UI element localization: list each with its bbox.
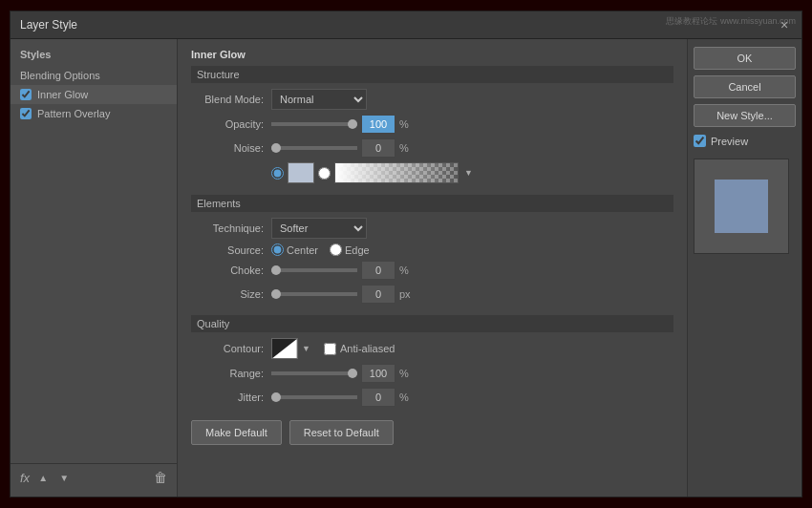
choke-slider-container [271,268,357,272]
sidebar-item-inner-glow[interactable]: Inner Glow [11,85,177,104]
inner-glow-label: Inner Glow [37,89,88,100]
contour-svg [272,339,297,358]
source-radio-group: Center Edge [271,243,370,256]
source-edge-text: Edge [345,244,370,256]
noise-label: Noise: [191,142,267,154]
source-edge-label[interactable]: Edge [330,243,370,256]
range-label: Range: [191,368,267,379]
technique-row: Technique: Softer Precise [191,218,673,239]
source-edge-radio[interactable] [330,243,342,256]
source-row: Source: Center Edge [191,243,673,256]
trash-button[interactable]: 🗑 [154,470,167,485]
blending-options-label: Blending Options [20,70,100,81]
jitter-unit: % [399,392,415,403]
noise-slider[interactable] [271,146,357,150]
preview-box [694,159,789,254]
ok-button[interactable]: OK [694,47,796,70]
noise-input[interactable] [361,138,395,158]
gradient-arrow[interactable]: ▼ [462,168,473,178]
choke-input[interactable] [361,261,395,280]
sidebar-header: Styles [11,45,177,66]
anti-aliased-text: Anti-aliased [340,343,395,354]
gradient-radio[interactable] [318,167,331,180]
contour-arrow[interactable]: ▼ [302,344,310,353]
color-swatch[interactable] [288,162,314,183]
choke-label: Choke: [191,265,267,276]
pattern-overlay-label: Pattern Overlay [37,108,110,119]
dialog-title: Layer Style [20,18,77,32]
structure-label: Structure [191,66,673,83]
sidebar-item-pattern-overlay[interactable]: Pattern Overlay [11,104,177,123]
up-arrow-button[interactable]: ▲ [35,470,51,485]
noise-slider-container [271,146,357,150]
reset-default-button[interactable]: Reset to Default [289,420,394,445]
size-unit: px [399,288,415,300]
range-slider[interactable] [271,371,357,375]
blend-mode-label: Blend Mode: [191,94,267,105]
preview-label[interactable]: Preview [694,133,796,149]
source-center-label[interactable]: Center [271,243,318,256]
anti-aliased-checkbox[interactable] [324,343,336,355]
cancel-button[interactable]: Cancel [694,75,796,98]
right-panel: OK Cancel New Style... Preview [687,39,801,497]
opacity-row: Opacity: % [191,115,673,134]
contour-preview[interactable] [271,338,298,359]
contour-row: Contour: ▼ Anti-aliased [191,338,673,359]
range-slider-container [271,371,357,375]
jitter-label: Jitter: [191,392,267,403]
down-arrow-button[interactable]: ▼ [56,470,72,485]
opacity-unit: % [399,118,415,130]
source-label: Source: [191,244,267,256]
main-content: Inner Glow Structure Blend Mode: Normal … [178,39,687,497]
range-row: Range: % [191,364,673,383]
size-slider[interactable] [271,292,357,296]
size-input[interactable] [361,285,395,304]
buttons-row: Make Default Reset to Default [191,420,673,445]
technique-select[interactable]: Softer Precise [271,218,367,239]
range-input[interactable] [361,364,395,383]
watermark: 思缘教程论坛 www.missyuan.com [666,15,796,28]
inner-glow-checkbox[interactable] [20,89,32,100]
structure-group: Structure Blend Mode: Normal Dissolve Mu… [191,66,673,183]
blend-mode-select[interactable]: Normal Dissolve Multiply Screen Overlay [271,89,367,110]
jitter-input[interactable] [361,388,395,407]
anti-aliased-label[interactable]: Anti-aliased [324,343,395,355]
gradient-swatch[interactable] [334,162,459,183]
color-row: ▼ [191,162,673,183]
noise-unit: % [399,142,415,154]
preview-checkbox[interactable] [694,135,706,147]
contour-label: Contour: [191,343,267,354]
size-label: Size: [191,288,267,300]
opacity-slider-container [271,122,357,126]
noise-row: Noise: % [191,138,673,158]
preview-text: Preview [711,136,748,147]
source-center-text: Center [287,244,318,256]
choke-slider[interactable] [271,268,357,272]
pattern-overlay-checkbox[interactable] [20,108,32,119]
preview-square [715,180,768,233]
sidebar-footer: fx ▲ ▼ 🗑 [11,463,177,491]
choke-unit: % [399,265,415,276]
quality-label: Quality [191,315,673,332]
make-default-button[interactable]: Make Default [191,420,282,445]
opacity-input[interactable] [361,115,395,134]
jitter-row: Jitter: % [191,388,673,407]
source-center-radio[interactable] [271,243,284,256]
size-slider-container [271,292,357,296]
technique-label: Technique: [191,222,267,234]
new-style-button[interactable]: New Style... [694,104,796,127]
sidebar: Styles Blending Options Inner Glow Patte… [11,39,178,497]
quality-group: Quality Contour: ▼ Anti-aliased [191,315,673,445]
layer-style-dialog: 思缘教程论坛 www.missyuan.com Layer Style × St… [10,11,802,497]
dialog-body: Styles Blending Options Inner Glow Patte… [11,39,801,497]
range-unit: % [399,368,415,379]
size-row: Size: px [191,285,673,304]
sidebar-item-blending-options[interactable]: Blending Options [11,66,177,85]
jitter-slider-container [271,395,357,399]
jitter-slider[interactable] [271,395,357,399]
fx-button[interactable]: fx [20,471,30,485]
opacity-slider[interactable] [271,122,357,126]
elements-group: Elements Technique: Softer Precise Sourc… [191,195,673,304]
opacity-label: Opacity: [191,118,267,130]
solid-color-radio[interactable] [271,167,284,180]
